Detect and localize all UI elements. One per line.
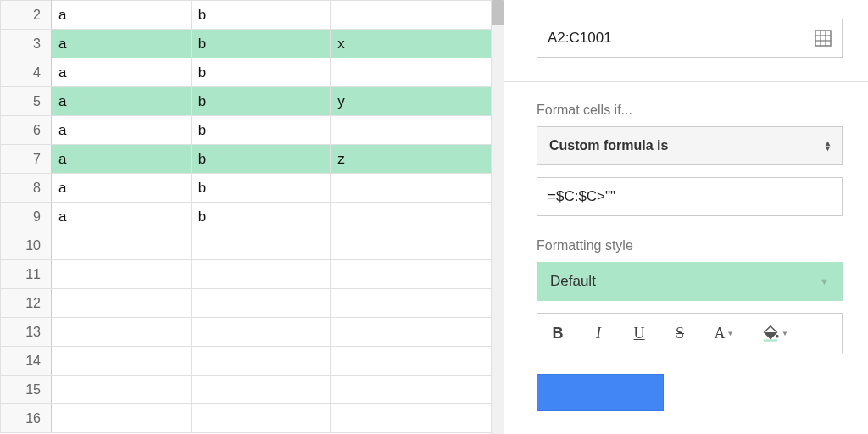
cell[interactable]: b: [191, 145, 331, 174]
cell[interactable]: a: [51, 174, 191, 203]
table-row[interactable]: 4ab: [1, 58, 492, 87]
apply-to-range-field[interactable]: [537, 19, 843, 58]
table-row[interactable]: 15: [1, 376, 492, 404]
range-picker-icon[interactable]: [815, 30, 832, 47]
table-row[interactable]: 9ab: [1, 203, 492, 231]
cell[interactable]: [191, 404, 331, 433]
cell[interactable]: [331, 347, 492, 376]
table-row[interactable]: 6ab: [1, 116, 492, 145]
cell[interactable]: [331, 116, 492, 145]
range-input[interactable]: [548, 30, 815, 47]
cell[interactable]: a: [51, 203, 191, 231]
table-row[interactable]: 13: [1, 318, 492, 347]
cell[interactable]: [191, 289, 331, 318]
row-header[interactable]: 15: [1, 376, 52, 404]
cell[interactable]: a: [51, 87, 191, 116]
cell[interactable]: a: [51, 1, 191, 30]
cell[interactable]: [51, 347, 191, 376]
cell[interactable]: a: [51, 30, 191, 58]
condition-select[interactable]: Custom formula is ▴▾: [537, 126, 843, 165]
row-header[interactable]: 13: [1, 318, 52, 347]
select-caret-icon: ▴▾: [826, 141, 830, 151]
row-header[interactable]: 5: [1, 87, 52, 116]
cell[interactable]: [191, 347, 331, 376]
table-row[interactable]: 10: [1, 231, 492, 260]
cell[interactable]: [331, 289, 492, 318]
custom-formula-input[interactable]: [537, 177, 843, 216]
table-row[interactable]: 7abz: [1, 145, 492, 174]
vertical-scrollbar[interactable]: [491, 0, 504, 434]
scrollbar-thumb[interactable]: [492, 0, 504, 25]
cell[interactable]: [191, 318, 331, 347]
text-format-toolbar: B I U S A ▼ ▼: [537, 313, 843, 353]
table-row[interactable]: 8ab: [1, 174, 492, 203]
row-header[interactable]: 8: [1, 174, 52, 203]
strikethrough-button[interactable]: S: [659, 314, 700, 353]
row-header[interactable]: 4: [1, 58, 52, 87]
cell[interactable]: [331, 1, 492, 30]
cell[interactable]: [51, 404, 191, 433]
cell[interactable]: [51, 289, 191, 318]
sheet-table[interactable]: 2ab3abx4ab5aby6ab7abz8ab9ab1011121314151…: [0, 0, 492, 433]
cell[interactable]: [51, 260, 191, 289]
table-row[interactable]: 2ab: [1, 1, 492, 30]
cell[interactable]: [191, 376, 331, 404]
fill-color-button[interactable]: ▼: [748, 314, 801, 353]
table-row[interactable]: 5aby: [1, 87, 492, 116]
bold-button[interactable]: B: [537, 314, 578, 353]
cell[interactable]: [331, 174, 492, 203]
row-header[interactable]: 12: [1, 289, 52, 318]
cell[interactable]: [331, 376, 492, 404]
cell[interactable]: y: [331, 87, 492, 116]
conditional-format-sidebar: Format cells if... Custom formula is ▴▾ …: [504, 0, 868, 434]
row-header[interactable]: 2: [1, 1, 52, 30]
row-header[interactable]: 16: [1, 404, 52, 433]
spreadsheet-grid[interactable]: 2ab3abx4ab5aby6ab7abz8ab9ab1011121314151…: [0, 0, 504, 434]
section-divider: [504, 81, 868, 82]
cell[interactable]: [331, 318, 492, 347]
row-header[interactable]: 11: [1, 260, 52, 289]
cell[interactable]: a: [51, 58, 191, 87]
formatting-style-select[interactable]: Default ▼: [537, 262, 843, 301]
cell[interactable]: x: [331, 30, 492, 58]
cell[interactable]: z: [331, 145, 492, 174]
cell[interactable]: [191, 260, 331, 289]
formatting-style-value: Default: [550, 273, 596, 290]
cell[interactable]: [331, 260, 492, 289]
row-header[interactable]: 3: [1, 30, 52, 58]
cell[interactable]: [51, 376, 191, 404]
cell[interactable]: a: [51, 116, 191, 145]
cell[interactable]: b: [191, 30, 331, 58]
table-row[interactable]: 11: [1, 260, 492, 289]
row-header[interactable]: 9: [1, 203, 52, 231]
row-header[interactable]: 6: [1, 116, 52, 145]
row-header[interactable]: 14: [1, 347, 52, 376]
cell[interactable]: [331, 203, 492, 231]
row-header[interactable]: 7: [1, 145, 52, 174]
condition-select-value: Custom formula is: [549, 138, 668, 153]
cell[interactable]: [51, 231, 191, 260]
italic-button[interactable]: I: [578, 314, 619, 353]
cell[interactable]: b: [191, 174, 331, 203]
cell[interactable]: [191, 231, 331, 260]
cell[interactable]: [331, 58, 492, 87]
cell[interactable]: a: [51, 145, 191, 174]
table-row[interactable]: 16: [1, 404, 492, 433]
cell[interactable]: b: [191, 116, 331, 145]
done-button[interactable]: [537, 374, 664, 411]
cell[interactable]: b: [191, 87, 331, 116]
table-row[interactable]: 3abx: [1, 30, 492, 58]
text-color-button[interactable]: A ▼: [700, 314, 748, 353]
row-header[interactable]: 10: [1, 231, 52, 260]
table-row[interactable]: 12: [1, 289, 492, 318]
cell[interactable]: b: [191, 58, 331, 87]
cell[interactable]: [331, 404, 492, 433]
svg-point-5: [776, 335, 779, 338]
cell[interactable]: [331, 231, 492, 260]
cell[interactable]: [51, 318, 191, 347]
table-row[interactable]: 14: [1, 347, 492, 376]
cell[interactable]: b: [191, 1, 331, 30]
svg-rect-6: [764, 339, 778, 341]
cell[interactable]: b: [191, 203, 331, 231]
underline-button[interactable]: U: [619, 314, 659, 353]
